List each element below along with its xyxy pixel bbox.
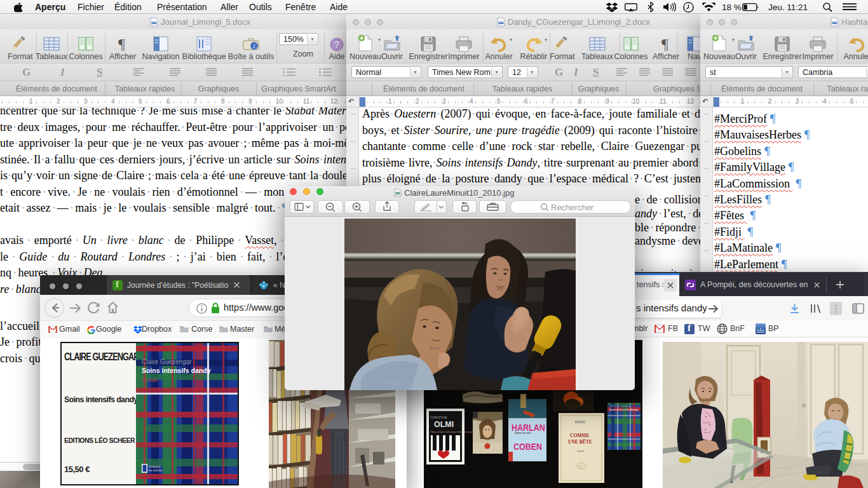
svg-text:DOCX: DOCX (832, 22, 839, 24)
svg-text:COMME: COMME (570, 433, 589, 438)
svg-text:Nous étions faits pour être he: Nous étions faits pour être heureux (431, 430, 473, 433)
svg-text:i: i (254, 43, 255, 50)
svg-text:roman: roman (142, 377, 158, 383)
svg-text:les scènes: les scènes (149, 469, 163, 472)
svg-text:DOCX: DOCX (499, 22, 505, 24)
svg-text:¶: ¶ (661, 36, 668, 52)
svg-text:¶: ¶ (118, 36, 125, 52)
svg-text:lunatique: lunatique (149, 465, 161, 468)
svg-text:Sans un mot: Sans un mot (515, 431, 531, 435)
svg-text:Claire Guezengar: Claire Guezengar (609, 404, 630, 407)
svg-text:DOCX: DOCX (152, 22, 158, 24)
svg-text:UNE BÊTE: UNE BÊTE (568, 438, 592, 445)
svg-text:?: ? (334, 39, 339, 50)
svg-text:ENARD: ENARD (575, 421, 586, 424)
svg-text:Soins intensifs dandy: Soins intensifs dandy (609, 408, 639, 411)
svg-text:Claire Guezengar: Claire Guezengar (142, 358, 192, 365)
svg-text:Soins intensifs dandy: Soins intensifs dandy (142, 367, 211, 374)
svg-text:OLMI: OLMI (434, 420, 454, 429)
svg-text:roman: roman (577, 449, 584, 452)
svg-text:CHRISTINE: CHRISTINE (430, 416, 448, 419)
svg-text:COBEN: COBEN (513, 442, 542, 452)
